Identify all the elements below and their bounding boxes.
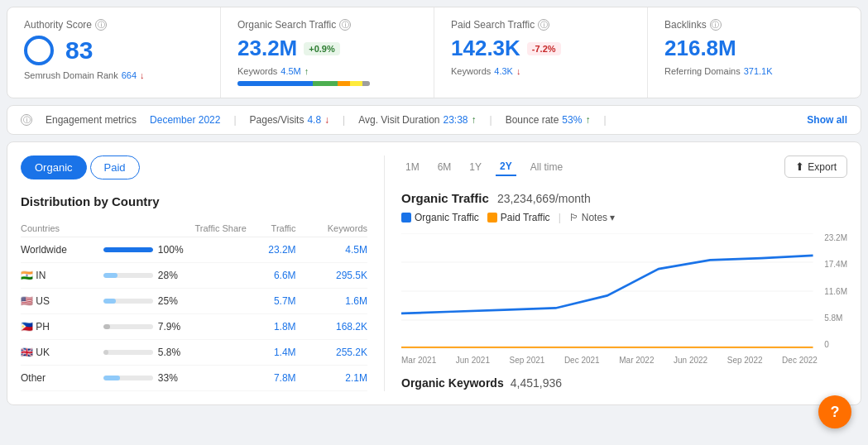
country-name: PH [36, 321, 50, 333]
paid-info-icon[interactable]: ⓘ [538, 19, 549, 31]
y-axis-labels: 23.2M 17.4M 11.6M 5.8M 0 [821, 233, 847, 349]
traffic-value: 23.2M [268, 244, 295, 256]
show-all-button[interactable]: Show all [807, 114, 847, 126]
bar-wrap: 25% [103, 295, 247, 307]
organic-badge: +0.9% [304, 42, 340, 55]
organic-value-row: 23.2M +0.9% [237, 36, 417, 61]
share-value: 5.8% [158, 347, 180, 358]
left-panel: Organic Paid Distribution by Country Cou… [21, 156, 385, 391]
table-row: 🇺🇸 US 25% 5.7M 1.6M [21, 289, 367, 314]
traffic-cell: 6.6M [247, 263, 296, 289]
paid-metric: Paid Search Traffic ⓘ 142.3K -7.2% Keywo… [434, 7, 648, 98]
keywords-value: 4.5M [345, 244, 367, 256]
notes-chevron-icon: ▾ [610, 212, 615, 223]
pb-green [313, 81, 338, 86]
keywords-value: 295.5K [336, 270, 367, 281]
organic-arrow-icon: ↑ [305, 66, 309, 76]
country-name: UK [36, 347, 50, 358]
table-header-row: Countries Traffic Share Traffic Keywords [21, 220, 367, 237]
time-6m[interactable]: 6M [434, 159, 456, 175]
metrics-bar: Authority Score ⓘ 83 Semrush Domain Rank… [7, 7, 861, 98]
time-1y[interactable]: 1Y [465, 159, 486, 175]
pb-orange [338, 81, 350, 86]
organic-info-icon[interactable]: ⓘ [339, 19, 351, 31]
country-name: US [36, 295, 50, 307]
traffic-value: 7.8M [274, 372, 296, 384]
paid-arrow-icon: ↓ [516, 66, 521, 76]
traffic-share-cell: 7.9% [103, 314, 247, 340]
backlinks-info-icon[interactable]: ⓘ [710, 19, 722, 31]
traffic-share-cell: 100% [103, 237, 247, 263]
sep2: | [343, 114, 345, 126]
authority-arrow-icon: ↓ [140, 70, 145, 80]
col-traffic: Traffic [247, 220, 296, 237]
country-name: Other [21, 372, 46, 384]
backlinks-metric: Backlinks ⓘ 216.8M Referring Domains 371… [648, 7, 861, 98]
legend-organic[interactable]: Organic Traffic [401, 212, 479, 223]
paid-sub: Keywords 4.3K ↓ [451, 66, 631, 76]
keywords-cell: 1.6M [296, 289, 367, 314]
legend-paid[interactable]: Paid Traffic [487, 212, 550, 223]
keywords-cell: 4.5M [296, 237, 367, 263]
time-2y[interactable]: 2Y [496, 158, 516, 176]
tab-organic[interactable]: Organic [21, 156, 87, 179]
legend-paid-icon [487, 213, 497, 223]
traffic-header: Organic Traffic 23,234,669/month [401, 191, 847, 205]
country-name-cell: 🇺🇸 US [21, 289, 103, 314]
sep3: | [490, 114, 492, 126]
bar-fill [103, 273, 117, 278]
tab-paid[interactable]: Paid [90, 156, 140, 179]
paid-badge: -7.2% [527, 42, 561, 55]
organic-metric: Organic Search Traffic ⓘ 23.2M +0.9% Key… [221, 7, 434, 98]
country-name: Worldwide [21, 244, 67, 256]
keywords-cell: 2.1M [296, 366, 367, 391]
export-button[interactable]: ⬆ Export [784, 156, 847, 178]
chart-area: 23.2M 17.4M 11.6M 5.8M 0 [401, 233, 847, 349]
main-content: Organic Paid Distribution by Country Cou… [7, 141, 861, 405]
traffic-cell: 1.4M [247, 340, 296, 366]
traffic-share-cell: 28% [103, 263, 247, 289]
table-row: Worldwide 100% 23.2M 4.5M [21, 237, 367, 263]
pages-visits: Pages/Visits 4.8 ↓ [250, 114, 330, 126]
backlinks-value: 216.8M [664, 36, 844, 61]
country-name-cell: Other [21, 366, 103, 391]
time-all[interactable]: All time [526, 159, 567, 175]
country-name-cell: 🇵🇭 PH [21, 314, 103, 340]
bar-wrap: 28% [103, 270, 247, 281]
notes-button[interactable]: 🏳 Notes ▾ [569, 212, 615, 223]
table-row: 🇵🇭 PH 7.9% 1.8M 168.2K [21, 314, 367, 340]
country-name: IN [36, 270, 46, 281]
traffic-cell: 23.2M [247, 237, 296, 263]
right-panel: 1M 6M 1Y 2Y All time ⬆ Export Organic Tr… [385, 156, 847, 391]
share-value: 7.9% [158, 321, 180, 333]
organic-keywords: Organic Keywords 4,451,936 [401, 376, 847, 390]
share-value: 33% [158, 372, 178, 384]
legend-organic-icon [401, 213, 411, 223]
bar-wrap: 33% [103, 372, 247, 384]
bar-fill [103, 299, 116, 304]
backlinks-label: Backlinks ⓘ [664, 19, 844, 31]
bar-fill [103, 247, 153, 252]
table-row: 🇬🇧 UK 5.8% 1.4M 255.2K [21, 340, 367, 366]
authority-sub: Semrush Domain Rank 664 ↓ [24, 70, 204, 80]
authority-circle-icon [24, 36, 54, 65]
tab-row: Organic Paid [21, 156, 367, 179]
authority-info-icon[interactable]: ⓘ [95, 19, 107, 31]
pb-blue [237, 81, 313, 86]
keywords-cell: 168.2K [296, 314, 367, 340]
legend-row: Organic Traffic Paid Traffic | 🏳 Notes ▾ [401, 212, 847, 223]
sep4: | [603, 114, 606, 126]
pb-gray [362, 81, 370, 86]
keywords-value: 255.2K [336, 347, 367, 358]
bounce-arrow-icon: ↑ [585, 114, 590, 126]
bar-bg [103, 376, 153, 380]
ok-value: 4,451,936 [511, 376, 562, 390]
engagement-bar: ⓘ Engagement metrics December 2022 | Pag… [7, 105, 861, 135]
time-1m[interactable]: 1M [401, 159, 424, 175]
table-row: Other 33% 7.8M 2.1M [21, 366, 367, 391]
authority-label: Authority Score ⓘ [24, 19, 204, 31]
share-value: 100% [158, 244, 184, 256]
flag-icon: 🇮🇳 [21, 270, 33, 281]
engagement-info-icon[interactable]: ⓘ [21, 114, 32, 126]
traffic-cell: 1.8M [247, 314, 296, 340]
